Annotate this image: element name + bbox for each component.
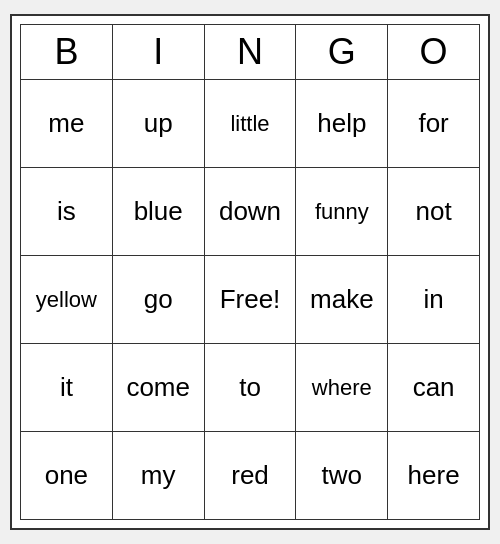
- cell-r1-c2: down: [204, 168, 296, 256]
- cell-text: red: [231, 460, 269, 490]
- header-b: B: [21, 25, 113, 80]
- cell-text: one: [45, 460, 88, 490]
- cell-text: down: [219, 196, 281, 226]
- table-row: meuplittlehelpfor: [21, 80, 480, 168]
- cell-text: come: [126, 372, 190, 402]
- header-n: N: [204, 25, 296, 80]
- bingo-body: meuplittlehelpforisbluedownfunnynotyello…: [21, 80, 480, 520]
- cell-text: little: [230, 111, 269, 136]
- cell-r3-c4: can: [388, 344, 480, 432]
- cell-text: for: [418, 108, 448, 138]
- cell-text: yellow: [36, 287, 97, 312]
- cell-r2-c1: go: [112, 256, 204, 344]
- cell-text: it: [60, 372, 73, 402]
- header-g: G: [296, 25, 388, 80]
- cell-r2-c0: yellow: [21, 256, 113, 344]
- bingo-card: B I N G O meuplittlehelpforisbluedownfun…: [10, 14, 490, 530]
- table-row: onemyredtwohere: [21, 432, 480, 520]
- bingo-table: B I N G O meuplittlehelpforisbluedownfun…: [20, 24, 480, 520]
- cell-text: blue: [134, 196, 183, 226]
- cell-r1-c0: is: [21, 168, 113, 256]
- cell-text: go: [144, 284, 173, 314]
- cell-text: make: [310, 284, 374, 314]
- cell-r1-c4: not: [388, 168, 480, 256]
- cell-r1-c1: blue: [112, 168, 204, 256]
- cell-text: Free!: [220, 284, 281, 314]
- cell-r0-c0: me: [21, 80, 113, 168]
- cell-text: two: [322, 460, 362, 490]
- cell-text: is: [57, 196, 76, 226]
- cell-text: can: [413, 372, 455, 402]
- cell-r3-c3: where: [296, 344, 388, 432]
- cell-text: my: [141, 460, 176, 490]
- table-row: itcometowherecan: [21, 344, 480, 432]
- table-row: yellowgoFree!makein: [21, 256, 480, 344]
- cell-r3-c1: come: [112, 344, 204, 432]
- cell-r2-c3: make: [296, 256, 388, 344]
- cell-r0-c4: for: [388, 80, 480, 168]
- cell-r3-c2: to: [204, 344, 296, 432]
- cell-r3-c0: it: [21, 344, 113, 432]
- cell-text: help: [317, 108, 366, 138]
- cell-r2-c2: Free!: [204, 256, 296, 344]
- header-o: O: [388, 25, 480, 80]
- header-i: I: [112, 25, 204, 80]
- cell-r0-c3: help: [296, 80, 388, 168]
- cell-r4-c4: here: [388, 432, 480, 520]
- cell-r2-c4: in: [388, 256, 480, 344]
- table-row: isbluedownfunnynot: [21, 168, 480, 256]
- cell-r0-c1: up: [112, 80, 204, 168]
- cell-text: in: [423, 284, 443, 314]
- cell-r1-c3: funny: [296, 168, 388, 256]
- cell-text: to: [239, 372, 261, 402]
- cell-text: where: [312, 375, 372, 400]
- cell-r4-c0: one: [21, 432, 113, 520]
- cell-r0-c2: little: [204, 80, 296, 168]
- header-row: B I N G O: [21, 25, 480, 80]
- cell-text: funny: [315, 199, 369, 224]
- cell-text: here: [408, 460, 460, 490]
- cell-r4-c1: my: [112, 432, 204, 520]
- cell-r4-c2: red: [204, 432, 296, 520]
- cell-text: up: [144, 108, 173, 138]
- cell-text: not: [416, 196, 452, 226]
- cell-r4-c3: two: [296, 432, 388, 520]
- cell-text: me: [48, 108, 84, 138]
